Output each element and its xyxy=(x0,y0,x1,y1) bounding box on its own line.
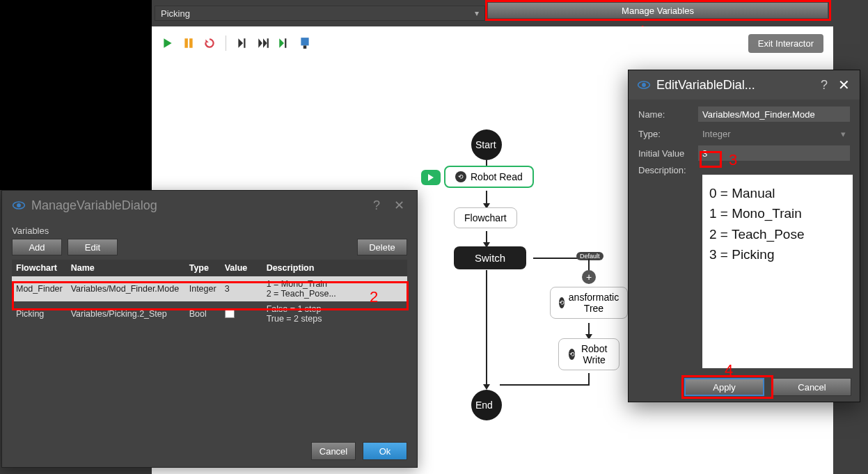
svg-rect-0 xyxy=(184,38,188,48)
cancel-button[interactable]: Cancel xyxy=(773,378,851,396)
flow-end-node[interactable]: End xyxy=(471,390,502,420)
flow-node-ansformatic-tree[interactable]: ⟲ ansformatic Tree xyxy=(550,287,628,319)
initial-value-label: Initial Value xyxy=(638,148,698,159)
node-icon: ⟲ xyxy=(559,297,565,308)
svg-point-8 xyxy=(17,203,21,207)
default-branch-label: Default xyxy=(576,252,603,260)
node-icon: ⟲ xyxy=(569,349,575,360)
col-value[interactable]: Value xyxy=(221,260,262,276)
flow-node-flowchart[interactable]: Flowchart xyxy=(454,207,517,228)
step-skip-icon[interactable] xyxy=(257,37,269,49)
name-field[interactable]: Variables/Mod_Finder.Mode xyxy=(698,106,850,122)
flowchart-select-value: Picking xyxy=(161,8,190,19)
step-next-icon[interactable] xyxy=(236,37,248,49)
edit-button[interactable]: Edit xyxy=(68,239,118,255)
flow-connector xyxy=(500,384,589,386)
initial-value-input[interactable]: 3 xyxy=(698,145,850,161)
variables-section-label: Variables xyxy=(12,226,407,236)
chevron-down-icon: ▾ xyxy=(475,8,479,18)
svg-rect-3 xyxy=(267,38,269,48)
description-label: Description: xyxy=(638,165,698,175)
app-icon xyxy=(12,198,26,212)
chevron-down-icon: ▾ xyxy=(841,129,846,139)
svg-rect-6 xyxy=(303,45,307,49)
current-step-icon xyxy=(421,170,441,185)
arrow-down-icon xyxy=(483,384,490,390)
svg-rect-5 xyxy=(301,38,308,45)
app-icon xyxy=(637,78,651,92)
description-textarea[interactable]: 0 = Manual 1 = Mono_Train 2 = Teach_Pose… xyxy=(702,175,853,368)
manage-variable-dialog: ManageVariableDialog ? ✕ Variables Add E… xyxy=(1,190,418,468)
dialog-titlebar[interactable]: ManageVariableDialog ? ✕ xyxy=(2,191,417,220)
breakpoint-icon[interactable] xyxy=(299,37,311,49)
dialog-title: EditVariableDial... xyxy=(656,78,755,93)
dialog-body: Variables Add Edit Delete Flowchart Name… xyxy=(2,220,417,326)
checkbox[interactable] xyxy=(225,308,235,318)
delete-button[interactable]: Delete xyxy=(357,239,407,255)
dialog-titlebar[interactable]: EditVariableDial... ? ✕ xyxy=(629,70,860,100)
close-icon[interactable]: ✕ xyxy=(390,198,407,213)
type-label: Type: xyxy=(638,129,698,139)
flowchart-select[interactable]: Picking ▾ xyxy=(155,6,485,21)
edit-variable-dialog: EditVariableDial... ? ✕ Name: Variables/… xyxy=(628,70,860,402)
toolbar: Exit Interactor xyxy=(152,26,833,60)
col-description[interactable]: Description xyxy=(262,260,407,276)
help-icon[interactable]: ? xyxy=(368,198,385,213)
name-label: Name: xyxy=(638,109,698,120)
step-play-icon[interactable] xyxy=(278,37,290,49)
exit-interactor-button[interactable]: Exit Interactor xyxy=(748,34,823,53)
flow-start-node[interactable]: Start xyxy=(471,129,502,160)
node-icon: ⟲ xyxy=(455,171,466,182)
svg-rect-1 xyxy=(189,38,193,48)
dialog-body: Name: Variables/Mod_Finder.Mode Type: In… xyxy=(629,100,860,187)
cancel-button[interactable]: Cancel xyxy=(311,442,356,460)
svg-rect-2 xyxy=(244,38,245,48)
svg-point-10 xyxy=(642,83,646,87)
col-name[interactable]: Name xyxy=(67,260,185,276)
separator xyxy=(226,35,226,51)
svg-rect-4 xyxy=(285,38,286,48)
add-branch-button[interactable]: + xyxy=(582,270,596,284)
flow-connector xyxy=(486,270,487,386)
apply-button[interactable]: Apply xyxy=(684,378,764,396)
col-flowchart[interactable]: Flowchart xyxy=(12,260,67,276)
ok-button[interactable]: Ok xyxy=(363,442,407,460)
table-row[interactable]: Picking Variables/Picking.2_Step Bool Fa… xyxy=(12,301,407,326)
col-type[interactable]: Type xyxy=(185,260,221,276)
play-icon[interactable] xyxy=(161,37,174,49)
pause-icon[interactable] xyxy=(182,37,195,49)
flow-node-robot-write[interactable]: ⟲ Robot Write xyxy=(558,338,620,370)
dialog-title: ManageVariableDialog xyxy=(31,198,157,213)
flow-node-robot-read[interactable]: ⟲ Robot Read xyxy=(444,166,534,188)
left-panel-empty xyxy=(0,0,152,190)
flow-node-switch[interactable]: Switch xyxy=(454,246,526,269)
restart-icon[interactable] xyxy=(203,37,216,49)
flow-connector xyxy=(486,191,487,205)
table-row[interactable]: Mod_Finder Variables/Mod_Finder.Mode Int… xyxy=(12,276,407,301)
type-select[interactable]: Integer▾ xyxy=(698,126,850,141)
add-button[interactable]: Add xyxy=(12,239,62,255)
help-icon[interactable]: ? xyxy=(818,78,830,93)
manage-variables-button[interactable]: Manage Variables xyxy=(487,2,828,19)
close-icon[interactable]: ✕ xyxy=(836,77,851,93)
variables-table: Flowchart Name Type Value Description Mo… xyxy=(12,260,407,326)
